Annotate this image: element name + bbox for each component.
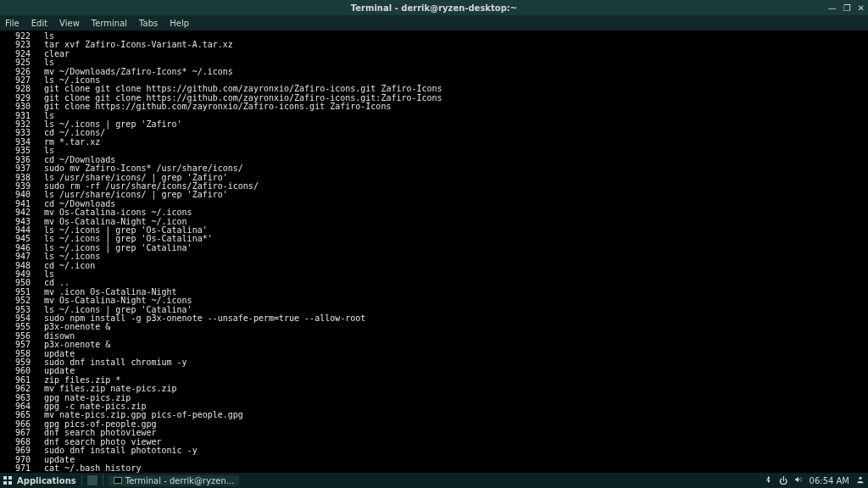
notification-icon[interactable]: ⏻ xyxy=(779,476,787,485)
history-command: ls xyxy=(34,270,868,279)
history-line: 955 p3x-onenote & xyxy=(3,323,868,331)
history-line: 949 ls xyxy=(3,270,868,279)
history-number: 947 xyxy=(3,252,34,261)
history-command: cat ~/.bash_history xyxy=(34,464,868,473)
history-command: ls ~/.icons | grep 'Catalina' xyxy=(34,244,868,252)
history-number: 969 xyxy=(3,446,34,455)
taskbar-task-terminal[interactable]: Terminal - derrik@ryzen... xyxy=(108,475,240,486)
terminal-output[interactable]: 922 ls923 tar xvf Zafiro-Icons-Variant-A… xyxy=(0,30,868,473)
clock[interactable]: 06:54 AM xyxy=(810,476,849,485)
window-controls: — ❐ ✕ xyxy=(828,3,865,13)
history-line: 935 ls xyxy=(3,147,868,155)
applications-icon[interactable] xyxy=(3,476,12,485)
history-line: 932 ls ~/.icons | grep 'Zafiro' xyxy=(3,120,868,129)
history-command: mv Os-Catalina-icons ~/.icons xyxy=(34,208,868,217)
svg-point-0 xyxy=(859,477,861,480)
history-command: cd ~/.icons/ xyxy=(34,129,868,137)
history-command: mv ~/Downloads/Zafiro-Icons* ~/.icons xyxy=(34,68,868,76)
history-line: 947 ls ~/.icons xyxy=(3,252,868,261)
menu-view[interactable]: View xyxy=(59,19,80,28)
menu-edit[interactable]: Edit xyxy=(31,19,47,28)
history-command: cd ~/.icon xyxy=(34,262,868,270)
window-titlebar: Terminal - derrik@ryzen-desktop:~ — ❐ ✕ xyxy=(0,0,868,15)
history-line: 971 cat ~/.bash_history xyxy=(3,464,868,473)
history-line: 954 sudo npm install -g p3x-onenote --un… xyxy=(3,314,868,323)
history-line: 933 cd ~/.icons/ xyxy=(3,129,868,137)
history-line: 962 mv files.zip nate-pics.zip xyxy=(3,385,868,393)
history-line: 942 mv Os-Catalina-icons ~/.icons xyxy=(3,208,868,217)
history-line: 957 p3x-onenote & xyxy=(3,341,868,349)
history-number: 942 xyxy=(3,208,34,217)
user-menu-icon[interactable] xyxy=(856,475,865,485)
maximize-button[interactable]: ❐ xyxy=(843,3,851,13)
close-button[interactable]: ✕ xyxy=(858,3,865,13)
history-command: p3x-onenote & xyxy=(34,341,868,349)
history-command: rm *.tar.xz xyxy=(34,138,868,147)
history-line: 937 sudo mv Zafiro-Icons* /usr/share/ico… xyxy=(3,164,868,173)
history-command: ls /usr/share/icons/ | grep 'Zafiro' xyxy=(34,191,868,199)
task-label: Terminal - derrik@ryzen... xyxy=(125,476,235,485)
history-line: 924 clear xyxy=(3,50,868,58)
history-command: sudo dnf install chromium -y xyxy=(34,358,868,367)
history-command: sudo dnf install phototonic -y xyxy=(34,446,868,455)
minimize-button[interactable]: — xyxy=(828,3,837,13)
history-command: gpg pics-of-people.gpg xyxy=(34,420,868,429)
history-line: 969 sudo dnf install phototonic -y xyxy=(3,446,868,455)
menu-bar: File Edit View Terminal Tabs Help xyxy=(0,15,868,30)
menu-file[interactable]: File xyxy=(5,19,19,28)
history-command: mv files.zip nate-pics.zip xyxy=(34,385,868,393)
history-line: 946 ls ~/.icons | grep 'Catalina' xyxy=(3,244,868,252)
taskbar-separator xyxy=(103,474,103,486)
window-title: Terminal - derrik@ryzen-desktop:~ xyxy=(351,3,517,13)
history-command: clear xyxy=(34,50,868,58)
history-line: 934 rm *.tar.xz xyxy=(3,138,868,147)
history-line: 956 disown xyxy=(3,332,868,341)
history-line: 948 cd ~/.icon xyxy=(3,262,868,270)
history-line: 960 update xyxy=(3,367,868,375)
history-command: sudo mv Zafiro-Icons* /usr/share/icons/ xyxy=(34,164,868,173)
volume-icon[interactable] xyxy=(794,475,803,485)
history-command: tar xvf Zafiro-Icons-Variant-A.tar.xz xyxy=(34,41,868,49)
history-command: p3x-onenote & xyxy=(34,323,868,331)
history-command: mv nate-pics.zip.gpg pics-of-people.gpg xyxy=(34,411,868,419)
history-command: ls ~/.icons | grep 'Zafiro' xyxy=(34,120,868,129)
history-line: 959 sudo dnf install chromium -y xyxy=(3,358,868,367)
history-command: git clone https://github.com/zayronxio/Z… xyxy=(34,103,868,111)
history-command: update xyxy=(34,367,868,375)
history-command: disown xyxy=(34,332,868,341)
menu-terminal[interactable]: Terminal xyxy=(92,19,127,28)
terminal-icon xyxy=(114,477,122,484)
history-command: update xyxy=(34,456,868,464)
history-line: 926 mv ~/Downloads/Zafiro-Icons* ~/.icon… xyxy=(3,68,868,76)
bluetooth-icon[interactable] xyxy=(764,475,772,485)
taskbar-separator xyxy=(81,474,82,486)
menu-help[interactable]: Help xyxy=(170,19,189,28)
applications-button[interactable]: Applications xyxy=(17,476,76,485)
history-line: 923 tar xvf Zafiro-Icons-Variant-A.tar.x… xyxy=(3,41,868,49)
history-line: 930 git clone https://github.com/zayronx… xyxy=(3,103,868,111)
history-command: ls ~/.icons xyxy=(34,252,868,261)
history-number: 937 xyxy=(3,164,34,173)
taskbar: Applications Terminal - derrik@ryzen... … xyxy=(0,473,868,488)
history-command: ls xyxy=(34,147,868,155)
menu-tabs[interactable]: Tabs xyxy=(139,19,158,28)
history-command: sudo npm install -g p3x-onenote --unsafe… xyxy=(34,314,868,323)
history-line: 940 ls /usr/share/icons/ | grep 'Zafiro' xyxy=(3,191,868,199)
show-desktop-button[interactable] xyxy=(87,475,97,485)
history-command: gpg nate-pics.zip xyxy=(34,394,868,402)
